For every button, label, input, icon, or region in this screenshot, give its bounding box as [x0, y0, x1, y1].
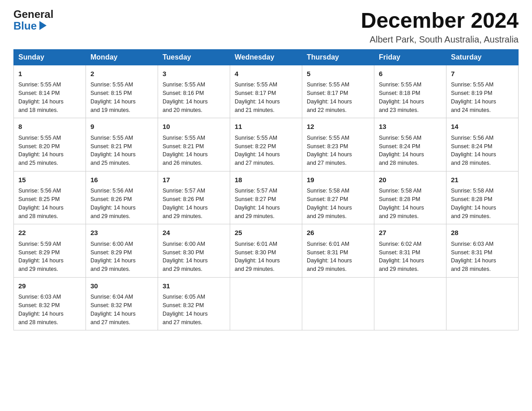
- calendar-day-cell: 17 Sunrise: 5:57 AMSunset: 8:26 PMDaylig…: [158, 171, 230, 224]
- calendar-day-cell: 18 Sunrise: 5:57 AMSunset: 8:27 PMDaylig…: [230, 171, 302, 224]
- day-number: 6: [379, 69, 442, 79]
- day-number: 30: [90, 281, 153, 291]
- calendar-day-cell: 15 Sunrise: 5:56 AMSunset: 8:25 PMDaylig…: [14, 171, 86, 224]
- day-number: 23: [90, 228, 153, 238]
- calendar-day-cell: 31 Sunrise: 6:05 AMSunset: 8:32 PMDaylig…: [158, 277, 230, 330]
- day-number: 31: [163, 281, 225, 291]
- day-number: 9: [90, 122, 153, 132]
- calendar-table: Sunday Monday Tuesday Wednesday Thursday…: [13, 49, 519, 331]
- day-info: Sunrise: 5:59 AMSunset: 8:29 PMDaylight:…: [18, 240, 81, 274]
- calendar-day-cell: [446, 277, 519, 330]
- calendar-week-row: 8 Sunrise: 5:55 AMSunset: 8:20 PMDayligh…: [14, 118, 519, 171]
- header-friday: Friday: [374, 49, 446, 65]
- calendar-day-cell: 2 Sunrise: 5:55 AMSunset: 8:15 PMDayligh…: [86, 65, 158, 118]
- day-info: Sunrise: 5:55 AMSunset: 8:23 PMDaylight:…: [307, 134, 369, 167]
- day-number: 25: [235, 228, 297, 238]
- day-number: 11: [235, 122, 297, 132]
- calendar-day-cell: 19 Sunrise: 5:58 AMSunset: 8:27 PMDaylig…: [302, 171, 374, 224]
- day-number: 24: [163, 228, 225, 238]
- day-info: Sunrise: 5:56 AMSunset: 8:24 PMDaylight:…: [451, 134, 514, 167]
- day-number: 19: [307, 175, 369, 185]
- day-info: Sunrise: 5:55 AMSunset: 8:18 PMDaylight:…: [379, 81, 442, 114]
- day-info: Sunrise: 5:58 AMSunset: 8:28 PMDaylight:…: [451, 187, 514, 220]
- calendar-day-cell: 22 Sunrise: 5:59 AMSunset: 8:29 PMDaylig…: [14, 224, 86, 278]
- day-number: 17: [163, 175, 225, 185]
- day-info: Sunrise: 5:55 AMSunset: 8:20 PMDaylight:…: [18, 134, 81, 167]
- day-info: Sunrise: 5:56 AMSunset: 8:26 PMDaylight:…: [90, 187, 153, 220]
- day-info: Sunrise: 5:57 AMSunset: 8:26 PMDaylight:…: [163, 187, 225, 220]
- calendar-day-cell: 25 Sunrise: 6:01 AMSunset: 8:30 PMDaylig…: [230, 224, 302, 278]
- day-number: 29: [18, 281, 81, 291]
- calendar-day-cell: 28 Sunrise: 6:03 AMSunset: 8:31 PMDaylig…: [446, 224, 519, 278]
- calendar-day-cell: 7 Sunrise: 5:55 AMSunset: 8:19 PMDayligh…: [446, 65, 519, 118]
- day-info: Sunrise: 5:58 AMSunset: 8:27 PMDaylight:…: [307, 187, 369, 220]
- calendar-day-cell: 30 Sunrise: 6:04 AMSunset: 8:32 PMDaylig…: [86, 277, 158, 330]
- calendar-day-cell: 24 Sunrise: 6:00 AMSunset: 8:30 PMDaylig…: [158, 224, 230, 278]
- day-number: 2: [90, 69, 153, 79]
- calendar-day-cell: [230, 277, 302, 330]
- day-number: 14: [451, 122, 514, 132]
- day-info: Sunrise: 5:55 AMSunset: 8:21 PMDaylight:…: [90, 134, 153, 167]
- day-headers-row: Sunday Monday Tuesday Wednesday Thursday…: [14, 49, 519, 65]
- header-tuesday: Tuesday: [158, 49, 230, 65]
- calendar-day-cell: 12 Sunrise: 5:55 AMSunset: 8:23 PMDaylig…: [302, 118, 374, 171]
- day-number: 21: [451, 175, 514, 185]
- calendar-day-cell: 14 Sunrise: 5:56 AMSunset: 8:24 PMDaylig…: [446, 118, 519, 171]
- day-info: Sunrise: 6:04 AMSunset: 8:32 PMDaylight:…: [90, 293, 153, 326]
- day-number: 26: [307, 228, 369, 238]
- day-number: 13: [379, 122, 442, 132]
- header-wednesday: Wednesday: [230, 49, 302, 65]
- calendar-day-cell: 21 Sunrise: 5:58 AMSunset: 8:28 PMDaylig…: [446, 171, 519, 224]
- calendar-day-cell: 20 Sunrise: 5:58 AMSunset: 8:28 PMDaylig…: [374, 171, 446, 224]
- day-number: 3: [163, 69, 225, 79]
- day-info: Sunrise: 5:55 AMSunset: 8:17 PMDaylight:…: [235, 81, 297, 114]
- day-number: 7: [451, 69, 514, 79]
- day-number: 10: [163, 122, 225, 132]
- calendar-day-cell: 3 Sunrise: 5:55 AMSunset: 8:16 PMDayligh…: [158, 65, 230, 118]
- day-info: Sunrise: 5:57 AMSunset: 8:27 PMDaylight:…: [235, 187, 297, 220]
- logo-line2: Blue: [13, 20, 47, 32]
- logo-line2-text: Blue: [13, 20, 37, 32]
- day-number: 4: [235, 69, 297, 79]
- day-info: Sunrise: 5:55 AMSunset: 8:17 PMDaylight:…: [307, 81, 369, 114]
- header-saturday: Saturday: [446, 49, 519, 65]
- header-thursday: Thursday: [302, 49, 374, 65]
- calendar-day-cell: 27 Sunrise: 6:02 AMSunset: 8:31 PMDaylig…: [374, 224, 446, 278]
- calendar-day-cell: 9 Sunrise: 5:55 AMSunset: 8:21 PMDayligh…: [86, 118, 158, 171]
- day-number: 20: [379, 175, 442, 185]
- logo-line1: General: [13, 9, 53, 20]
- month-title: December 2024: [361, 9, 519, 33]
- logo: General Blue: [13, 9, 53, 32]
- day-info: Sunrise: 5:55 AMSunset: 8:15 PMDaylight:…: [90, 81, 153, 114]
- day-info: Sunrise: 6:03 AMSunset: 8:32 PMDaylight:…: [18, 293, 81, 326]
- calendar-day-cell: [374, 277, 446, 330]
- day-number: 28: [451, 228, 514, 238]
- day-info: Sunrise: 6:00 AMSunset: 8:29 PMDaylight:…: [90, 240, 153, 274]
- title-block: December 2024 Albert Park, South Austral…: [361, 9, 519, 45]
- day-number: 12: [307, 122, 369, 132]
- day-info: Sunrise: 5:55 AMSunset: 8:14 PMDaylight:…: [18, 81, 81, 114]
- location-title: Albert Park, South Australia, Australia: [361, 34, 519, 45]
- day-info: Sunrise: 5:55 AMSunset: 8:21 PMDaylight:…: [163, 134, 225, 167]
- calendar-week-row: 1 Sunrise: 5:55 AMSunset: 8:14 PMDayligh…: [14, 65, 519, 118]
- calendar-day-cell: 5 Sunrise: 5:55 AMSunset: 8:17 PMDayligh…: [302, 65, 374, 118]
- calendar-day-cell: 1 Sunrise: 5:55 AMSunset: 8:14 PMDayligh…: [14, 65, 86, 118]
- day-number: 22: [18, 228, 81, 238]
- calendar-day-cell: 29 Sunrise: 6:03 AMSunset: 8:32 PMDaylig…: [14, 277, 86, 330]
- day-info: Sunrise: 6:02 AMSunset: 8:31 PMDaylight:…: [379, 240, 442, 274]
- day-info: Sunrise: 5:55 AMSunset: 8:22 PMDaylight:…: [235, 134, 297, 167]
- calendar-week-row: 22 Sunrise: 5:59 AMSunset: 8:29 PMDaylig…: [14, 224, 519, 278]
- calendar-week-row: 15 Sunrise: 5:56 AMSunset: 8:25 PMDaylig…: [14, 171, 519, 224]
- day-info: Sunrise: 5:56 AMSunset: 8:24 PMDaylight:…: [379, 134, 442, 167]
- logo-triangle-icon: [39, 21, 47, 30]
- day-number: 15: [18, 175, 81, 185]
- calendar-day-cell: 11 Sunrise: 5:55 AMSunset: 8:22 PMDaylig…: [230, 118, 302, 171]
- header-sunday: Sunday: [14, 49, 86, 65]
- day-info: Sunrise: 5:55 AMSunset: 8:19 PMDaylight:…: [451, 81, 514, 114]
- day-number: 5: [307, 69, 369, 79]
- calendar-day-cell: 26 Sunrise: 6:01 AMSunset: 8:31 PMDaylig…: [302, 224, 374, 278]
- day-number: 18: [235, 175, 297, 185]
- calendar-day-cell: 10 Sunrise: 5:55 AMSunset: 8:21 PMDaylig…: [158, 118, 230, 171]
- day-info: Sunrise: 6:01 AMSunset: 8:31 PMDaylight:…: [307, 240, 369, 274]
- day-info: Sunrise: 5:58 AMSunset: 8:28 PMDaylight:…: [379, 187, 442, 220]
